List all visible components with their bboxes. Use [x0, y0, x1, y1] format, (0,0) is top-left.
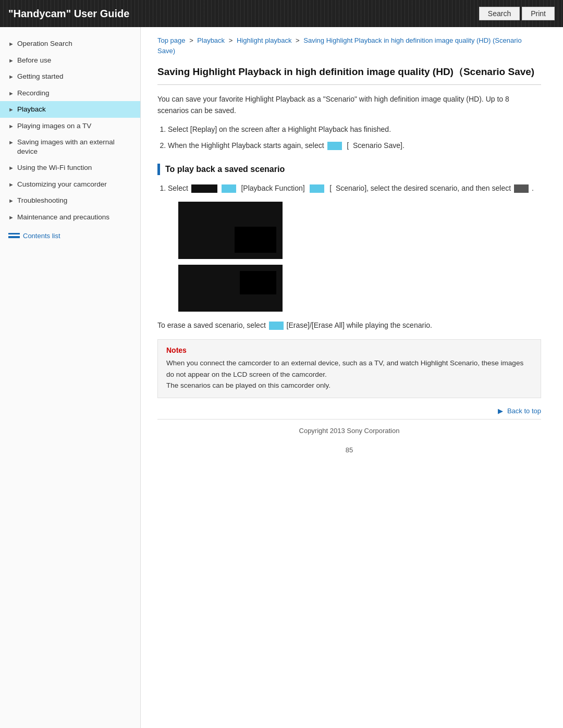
sidebar-label-9: Troubleshooting	[17, 196, 134, 205]
step-1: Select [Replay] on the screen after a Hi…	[168, 124, 541, 135]
notes-line-2: The scenarios can be played on this camc…	[166, 381, 331, 389]
sidebar-label-8: Customizing your camcorder	[17, 180, 134, 189]
layout: ►Operation Search►Before use►Getting sta…	[0, 27, 563, 728]
back-to-top-link[interactable]: ▶ Back to top	[498, 407, 541, 415]
sidebar-label-5: Playing images on a TV	[17, 121, 134, 131]
sidebar-item-8[interactable]: ►Customizing your camcorder	[0, 176, 140, 193]
sidebar-arrow-9: ►	[8, 197, 14, 204]
page-title: Saving Highlight Playback in high defini…	[157, 65, 541, 85]
screenshot-img-1	[178, 202, 283, 259]
sidebar-arrow-0: ►	[8, 40, 14, 47]
sidebar-arrow-4: ►	[8, 106, 14, 113]
playback-step1-mid2: [ Scenario], select the desired scenario…	[327, 184, 511, 192]
sidebar-item-0[interactable]: ►Operation Search	[0, 35, 140, 52]
sidebar-item-7[interactable]: ►Using the Wi-Fi function	[0, 159, 140, 176]
steps-list: Select [Replay] on the screen after a Hi…	[168, 124, 541, 151]
search-button[interactable]: Search	[479, 7, 520, 20]
breadcrumb-highlight[interactable]: Highlight playback	[237, 36, 292, 44]
screenshot-inset-2	[240, 271, 276, 294]
playback-step1-prefix: Select	[168, 184, 188, 192]
sidebar-item-3[interactable]: ►Recording	[0, 85, 140, 102]
cyan-block-1	[222, 184, 236, 193]
screenshot-stack	[178, 202, 541, 313]
sidebar-label-7: Using the Wi-Fi function	[17, 163, 134, 172]
erase-text: To erase a saved scenario, select [Erase…	[157, 319, 541, 331]
sidebar-item-6[interactable]: ►Saving images with an external device	[0, 134, 140, 159]
sidebar-arrow-6: ►	[8, 139, 14, 146]
page-number: 85	[157, 446, 541, 454]
sidebar-item-10[interactable]: ►Maintenance and precautions	[0, 209, 140, 226]
sidebar-arrow-3: ►	[8, 90, 14, 97]
playback-step1-mid1: [Playback Function]	[239, 184, 307, 192]
sidebar-item-1[interactable]: ►Before use	[0, 52, 140, 69]
playback-step-1: Select [Playback Function] [ Scenario], …	[168, 182, 541, 194]
screenshot-img-2	[178, 265, 283, 312]
main-content: Top page > Playback > Highlight playback…	[141, 27, 558, 728]
header-title: "Handycam" User Guide	[8, 8, 129, 20]
sidebar-arrow-5: ►	[8, 122, 14, 130]
sidebar-item-4[interactable]: ►Playback	[0, 101, 140, 118]
step2-suffix: [ Scenario Save].	[345, 141, 404, 150]
black-block-1	[191, 184, 217, 193]
notes-text: When you connect the camcorder to an ext…	[166, 357, 532, 391]
sidebar-label-2: Getting started	[17, 72, 134, 81]
header: "Handycam" User Guide Search Print	[0, 0, 563, 27]
sidebar-item-9[interactable]: ►Troubleshooting	[0, 192, 140, 209]
sidebar-item-5[interactable]: ►Playing images on a TV	[0, 118, 140, 134]
notes-title: Notes	[166, 346, 532, 354]
section-heading: To play back a saved scenario	[157, 164, 541, 175]
sidebar-label-10: Maintenance and precautions	[17, 213, 134, 222]
sidebar-arrow-1: ►	[8, 57, 14, 64]
cyan-block-2	[310, 184, 324, 193]
sidebar-arrow-7: ►	[8, 164, 14, 171]
footer: Copyright 2013 Sony Corporation	[157, 419, 541, 442]
notes-box: Notes When you connect the camcorder to …	[157, 339, 541, 398]
sidebar-label-6: Saving images with an external device	[17, 138, 134, 156]
intro-text: You can save your favorite Highlight Pla…	[157, 93, 541, 117]
header-buttons: Search Print	[479, 7, 555, 20]
sidebar: ►Operation Search►Before use►Getting sta…	[0, 27, 141, 728]
sidebar-label-3: Recording	[17, 89, 134, 98]
back-to-top-arrow: ▶	[498, 407, 503, 415]
breadcrumb-playback[interactable]: Playback	[197, 36, 225, 44]
breadcrumb: Top page > Playback > Highlight playback…	[157, 35, 541, 56]
sidebar-arrow-10: ►	[8, 214, 14, 221]
sidebar-arrow-2: ►	[8, 73, 14, 80]
sidebar-arrow-8: ►	[8, 181, 14, 188]
print-button[interactable]: Print	[522, 7, 555, 20]
cyan-block-erase	[269, 322, 284, 330]
contents-list-label: Contents list	[23, 232, 60, 240]
contents-list-link[interactable]: Contents list	[0, 228, 140, 244]
screenshot-row-2	[178, 265, 541, 313]
sidebar-label-1: Before use	[17, 56, 134, 65]
screenshot-inset-1	[235, 227, 276, 253]
sidebar-item-2[interactable]: ►Getting started	[0, 68, 140, 85]
notes-line-1: When you connect the camcorder to an ext…	[166, 359, 523, 378]
playback-step1-suffix: .	[532, 184, 534, 192]
screenshot-row-1	[178, 202, 541, 261]
contents-list-icon	[8, 233, 20, 238]
breadcrumb-top[interactable]: Top page	[157, 36, 186, 44]
cyan-block-step2	[327, 142, 342, 150]
playback-steps-list: Select [Playback Function] [ Scenario], …	[168, 182, 541, 194]
step-2: When the Highlight Playback starts again…	[168, 140, 541, 151]
section-bar	[157, 164, 160, 175]
back-to-top: ▶ Back to top	[157, 406, 541, 415]
sidebar-label-4: Playback	[17, 105, 134, 114]
sidebar-label-0: Operation Search	[17, 39, 134, 48]
small-block-1	[514, 184, 529, 193]
